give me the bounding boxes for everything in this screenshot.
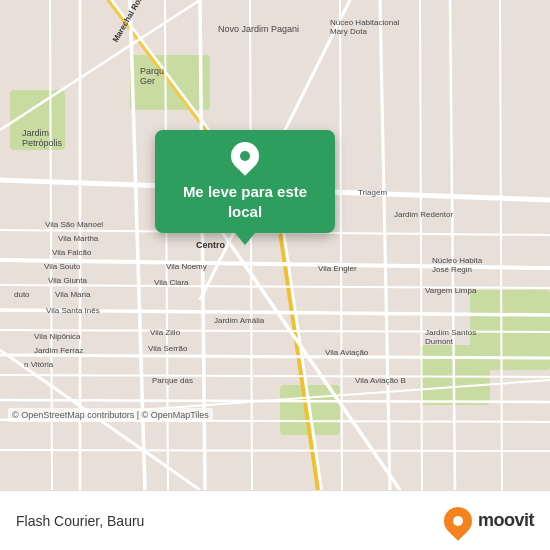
moovit-logo: moovit [444, 507, 534, 535]
bottom-bar: Flash Courier, Bauru moovit [0, 490, 550, 550]
svg-line-28 [0, 450, 550, 451]
map-container: Marechal Rondon Novo Jardim Pagani Núceo… [0, 0, 550, 490]
svg-rect-2 [10, 90, 65, 150]
popup-text: Me leve para este local [173, 182, 317, 221]
attribution-text: © OpenStreetMap contributors | © OpenMap… [12, 410, 209, 420]
moovit-text: moovit [478, 510, 534, 531]
location-popup[interactable]: Me leve para este local [155, 130, 335, 233]
popup-pin-icon [225, 136, 265, 176]
map-attribution: © OpenStreetMap contributors | © OpenMap… [8, 408, 213, 422]
moovit-pin-icon [438, 501, 478, 541]
bottom-title: Flash Courier, Bauru [16, 513, 144, 529]
